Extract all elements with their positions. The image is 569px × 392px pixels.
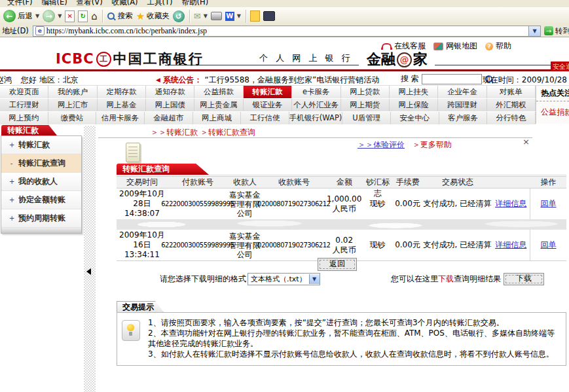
txn-time: 2009年10月16日 13:34:11 (117, 230, 168, 260)
tips-text: 1、请按照页面要求，输入各项查询要素，按“提交”进行查询；您最长可查询3个月内的… (148, 317, 559, 359)
nav-charity[interactable]: 公益捐款 (194, 86, 243, 98)
notice-label: 系统公告： (163, 75, 202, 84)
go-button[interactable]: → 转到 (541, 26, 569, 36)
forward-button[interactable]: → ▼ (43, 10, 62, 22)
nav-futures[interactable]: 网上期货 (341, 99, 390, 111)
hot-topic-charity-link[interactable]: 公益捐款 (536, 101, 569, 118)
table-row: 2009年10月28日 14:38:07 6222000300559989995… (117, 188, 566, 219)
nav-ecard[interactable]: e卡服务 (292, 86, 340, 98)
nav-funds[interactable]: 网上基金 (98, 99, 146, 111)
back-icon: ← (3, 10, 16, 22)
sidebar-item-my-payees[interactable]: + 我的收款人 (1, 173, 81, 191)
col-payee: 收款人 (228, 177, 262, 188)
receipt-link[interactable]: 回单 (541, 198, 557, 209)
nav-insurance[interactable]: 网上保险 (390, 99, 438, 111)
edit-dropdown-icon[interactable]: ▼ (237, 13, 241, 19)
menu-view[interactable]: 查看(V) (72, 0, 107, 7)
home-icon: ⌂ (91, 10, 98, 22)
nav-statement[interactable]: 对账单 (487, 86, 536, 98)
nav-bonds[interactable]: 网上国债 (146, 99, 194, 111)
history-icon: ↺ (173, 10, 185, 22)
nav-transfer-active[interactable]: 转账汇款 (244, 86, 292, 98)
favorites-button[interactable]: ★ 收藏夹 (136, 11, 170, 21)
expand-icon[interactable]: + (9, 141, 14, 149)
sidebar-item-transfer[interactable]: + 转账汇款 (1, 136, 81, 154)
main-area: ＞＞转账汇款 ＞转账汇款查询 ＞＞体验评价 ＞更多帮助 × 转账汇款查询 交易时… (96, 123, 569, 392)
notice-text[interactable]: “工行95588，金融服务到您家”电话银行营销活动 (205, 75, 380, 84)
stop-button[interactable]: ✕ (65, 10, 75, 22)
current-time: 现在时间：2009/10/28 (483, 75, 567, 86)
collapse-icon[interactable]: - (9, 160, 14, 167)
browser-window: 文件(F) 编辑(E) 查看(V) 收藏(A) 工具(T) 帮助(H) ← 后退… (0, 0, 569, 392)
amount-currency: 人民币 (333, 204, 356, 213)
detail-link[interactable]: 详细信息 (495, 198, 526, 209)
notes-button[interactable] (250, 10, 260, 22)
sidebar-collapse-strip[interactable] (84, 126, 96, 392)
go-label: 转到 (555, 26, 569, 36)
nav-my-accounts[interactable]: 我的账户 (48, 86, 97, 98)
sidebar-footer (1, 228, 81, 233)
col-time: 交易时间 (117, 177, 168, 188)
address-dropdown-icon[interactable]: ▼ (528, 26, 540, 36)
address-input[interactable]: e https://mybank.icbc.com.cn/icbc/perban… (33, 26, 541, 37)
payee-name: 嘉实基金管理有限公司 (228, 230, 262, 260)
download-format-select[interactable]: 文本格式（.txt） ▼ (248, 273, 320, 285)
nav-time-deposit[interactable]: 定期存款 (98, 86, 146, 98)
nav-welcome[interactable]: 欢迎页面 (0, 86, 48, 98)
mail-button[interactable]: ✉ ▼ (194, 11, 208, 21)
expand-icon[interactable]: + (9, 196, 14, 204)
safe-logout-button[interactable]: 安全退出 (551, 62, 569, 71)
menu-file[interactable]: 文件(F) (3, 0, 37, 7)
sidebar-item-label: 我的收款人 (18, 176, 58, 187)
menu-tools[interactable]: 工具(T) (143, 0, 177, 7)
speaker-icon: ◀ (156, 77, 160, 83)
expand-icon[interactable]: + (9, 178, 14, 185)
nav-forex-market[interactable]: 网上汇市 (48, 99, 97, 111)
experience-review-link[interactable]: ＞＞体验评价 (358, 140, 405, 149)
site-search-input[interactable] (422, 74, 482, 84)
menu-help[interactable]: 帮助(H) (177, 0, 213, 7)
more-help-link[interactable]: ＞更多帮助 (413, 140, 452, 149)
nav-loss-report[interactable]: 网上挂失 (390, 86, 438, 98)
nav-securities[interactable]: 银证业务 (244, 99, 292, 111)
nav-wealth[interactable]: 工行理财 (0, 99, 48, 111)
refresh-button[interactable]: ↻ (78, 10, 88, 22)
select-dropdown-icon[interactable]: ▼ (309, 274, 320, 284)
txn-time: 2009年10月28日 14:38:07 (117, 188, 168, 219)
menu-favorites[interactable]: 收藏(A) (107, 0, 143, 7)
back-form-button[interactable]: 返回 (318, 258, 357, 271)
print-button[interactable] (211, 12, 222, 20)
sidebar-item-transfer-query[interactable]: - 转账汇款查询 (1, 154, 81, 173)
nav-global-wealth[interactable]: 跨国理财 (438, 99, 486, 111)
page-favicon: e (35, 26, 45, 35)
detail-link[interactable]: 详细信息 (495, 240, 526, 251)
messenger-button[interactable] (263, 11, 275, 21)
home-button[interactable]: ⌂ (91, 10, 98, 22)
amount: 0.02 人民币 (326, 230, 363, 260)
nav-gold[interactable]: 网上贵金属 (194, 99, 243, 111)
nav-call-deposit[interactable]: 通知存款 (146, 86, 194, 98)
close-icon[interactable]: × (523, 137, 530, 146)
download-hint-pre: 您可以在这里 (391, 274, 438, 283)
expand-icon[interactable]: + (9, 215, 14, 222)
menu-edit[interactable]: 编辑(E) (37, 0, 72, 7)
history-button[interactable]: ↺ (173, 10, 185, 22)
download-button[interactable]: 下载 (504, 273, 544, 285)
back-button[interactable]: ← 后退 ▼ (3, 10, 39, 22)
back-dropdown-icon[interactable]: ▼ (35, 13, 39, 19)
mail-dropdown-icon[interactable]: ▼ (204, 13, 208, 19)
nav-loan[interactable]: 网上贷款 (341, 86, 390, 98)
sidebar-item-agreed-transfer[interactable]: + 协定金额转账 (1, 191, 81, 209)
col-cash-flag: 钞汇标志 (363, 177, 393, 188)
sidebar-item-scheduled-transfer[interactable]: + 预约周期转账 (1, 209, 81, 228)
nav-fx-options[interactable]: 外汇期权 (487, 99, 536, 111)
forward-dropdown-icon[interactable]: ▼ (58, 13, 62, 19)
edit-word-button[interactable]: W ▼ (225, 12, 241, 21)
collapse-arrow-icon[interactable] (86, 268, 91, 275)
col-action: 操作 (530, 177, 566, 188)
nav-annuity[interactable]: 企业年金 (438, 86, 486, 98)
search-button[interactable]: 搜索 (107, 11, 133, 21)
nav-personal-forex[interactable]: 个人外汇业务 (292, 99, 340, 111)
receipt-link[interactable]: 回单 (541, 240, 557, 251)
page-body: 在线客服 网银地图 ? 帮助 ICBC 工 中国工商银行 个 人 网 上 银 行… (0, 37, 569, 392)
